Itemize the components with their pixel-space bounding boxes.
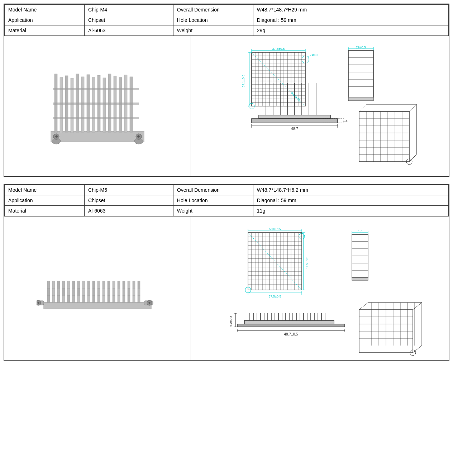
svg-text:50±0.15: 50±0.15 — [269, 227, 281, 231]
svg-rect-20 — [53, 117, 139, 119]
svg-rect-235 — [352, 277, 368, 280]
svg-text:37.5±0.5: 37.5±0.5 — [272, 47, 285, 51]
svg-text:ø3.2: ø3.2 — [312, 53, 318, 57]
svg-rect-161 — [72, 281, 75, 288]
svg-rect-126 — [87, 295, 90, 303]
application-row-m5: Application Chipset Hole Location Diagon… — [5, 195, 449, 206]
svg-rect-122 — [67, 295, 70, 303]
svg-rect-80 — [348, 97, 373, 101]
product-m5-image-row: 50±0.15 — [4, 216, 449, 360]
svg-rect-171 — [123, 281, 125, 288]
svg-rect-123 — [72, 295, 75, 303]
svg-rect-157 — [52, 281, 55, 288]
heatsink-m5-photo-svg — [37, 238, 158, 338]
svg-text:1.6: 1.6 — [358, 229, 363, 233]
product-m4-info-table: Model Name Chip-M4 Overall Demension W48… — [4, 4, 449, 36]
svg-rect-10 — [92, 77, 95, 132]
hole-loc-value: Diagonal : 59 mm — [253, 15, 448, 25]
svg-rect-172 — [128, 281, 130, 288]
svg-rect-158 — [57, 281, 60, 288]
product-card-m5: Model Name Chip-M5 Overall Demension W48… — [4, 184, 449, 361]
svg-rect-162 — [77, 281, 80, 288]
overall-dim-label: Overall Demension — [173, 5, 253, 15]
svg-rect-124 — [77, 295, 80, 303]
hole-loc-label: Hole Location — [173, 15, 253, 25]
svg-line-269 — [359, 303, 368, 310]
svg-rect-141 — [67, 288, 70, 295]
hole-loc-label-m5: Hole Location — [173, 195, 253, 206]
svg-line-101 — [409, 154, 416, 162]
svg-rect-125 — [82, 295, 85, 303]
model-name-row-m5: Model Name Chip-M5 Overall Demension W48… — [5, 185, 449, 195]
svg-rect-131 — [113, 295, 115, 303]
svg-text:48.7: 48.7 — [291, 127, 299, 131]
svg-rect-4 — [60, 77, 63, 133]
overall-dim-label-m5: Overall Demension — [173, 185, 253, 195]
svg-rect-81 — [259, 115, 330, 119]
svg-rect-119 — [52, 295, 55, 303]
svg-rect-151 — [118, 288, 120, 295]
svg-text:1.4: 1.4 — [343, 119, 348, 123]
svg-rect-133 — [123, 295, 125, 303]
svg-rect-163 — [82, 281, 85, 288]
svg-rect-146 — [92, 288, 95, 295]
svg-rect-130 — [108, 295, 110, 303]
svg-rect-12 — [103, 78, 106, 132]
svg-text:6.2±0.3: 6.2±0.3 — [229, 316, 233, 327]
product-m5-diagram: 50±0.15 — [191, 216, 449, 360]
hole-loc-value-m5: Diagonal : 59 mm — [253, 195, 448, 206]
svg-line-271 — [413, 346, 422, 353]
weight-label-m5: Weight — [173, 206, 253, 216]
svg-rect-165 — [92, 281, 95, 288]
application-label-m5: Application — [5, 195, 85, 206]
svg-rect-169 — [113, 281, 115, 288]
svg-rect-98 — [359, 111, 409, 162]
svg-line-33 — [308, 55, 312, 57]
svg-rect-168 — [108, 281, 110, 288]
svg-rect-143 — [77, 288, 80, 295]
svg-rect-142 — [72, 288, 75, 295]
svg-rect-149 — [108, 288, 110, 295]
product-m4-diagram-svg: 37.5±0.5 ø3.2 — [198, 40, 442, 172]
weight-label: Weight — [173, 25, 253, 36]
svg-rect-259 — [237, 324, 345, 327]
svg-text:48.7±0.5: 48.7±0.5 — [284, 332, 298, 336]
model-name-label-m5: Model Name — [5, 185, 85, 195]
product-m4-image-row: 37.5±0.5 ø3.2 — [4, 36, 449, 176]
svg-rect-138 — [52, 288, 55, 295]
svg-text:29±0.5: 29±0.5 — [356, 46, 366, 49]
svg-rect-127 — [92, 295, 95, 303]
svg-rect-167 — [102, 281, 105, 288]
svg-rect-121 — [62, 295, 65, 303]
svg-rect-134 — [128, 295, 130, 303]
model-name-value: Chip-M4 — [85, 5, 173, 15]
material-label-m5: Material — [5, 206, 85, 216]
svg-rect-159 — [62, 281, 65, 288]
application-value: Chipset — [85, 15, 173, 25]
svg-rect-139 — [57, 288, 60, 295]
heatsink-m4-photo-svg — [40, 52, 155, 160]
svg-rect-164 — [87, 281, 90, 288]
svg-rect-117 — [44, 303, 151, 309]
svg-line-100 — [409, 104, 416, 111]
weight-value-m5: 11g — [253, 206, 448, 216]
overall-dim-value: W48.7*L48.7*H29 mm — [253, 5, 448, 15]
application-row: Application Chipset Hole Location Diagon… — [5, 15, 449, 25]
svg-rect-90 — [252, 119, 338, 123]
svg-text:37.5±0.5: 37.5±0.5 — [305, 257, 309, 270]
svg-rect-154 — [133, 288, 135, 295]
material-label: Material — [5, 25, 85, 36]
svg-rect-140 — [62, 288, 65, 295]
svg-rect-236 — [244, 320, 334, 324]
weight-value: 29g — [253, 25, 448, 36]
svg-rect-155 — [138, 288, 140, 295]
svg-rect-152 — [123, 288, 125, 295]
svg-rect-129 — [102, 295, 105, 303]
svg-rect-19 — [53, 103, 139, 105]
material-row: Material Al-6063 Weight 29g — [5, 25, 449, 36]
svg-rect-148 — [102, 288, 105, 295]
svg-rect-136 — [138, 295, 140, 303]
application-value-m5: Chipset — [85, 195, 173, 206]
svg-rect-153 — [128, 288, 130, 295]
svg-rect-15 — [119, 77, 122, 132]
